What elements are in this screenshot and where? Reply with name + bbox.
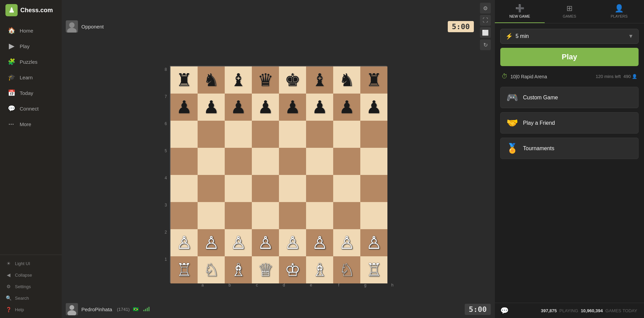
board-cell[interactable] [225, 121, 252, 148]
board-cell[interactable]: ♜ [360, 66, 387, 94]
board-cell[interactable]: ♙ [225, 229, 252, 256]
board-cell[interactable] [198, 202, 225, 229]
flip-board-button[interactable]: ↻ [480, 39, 491, 50]
board-cell[interactable]: ♙ [198, 229, 225, 256]
board-cell[interactable] [306, 202, 333, 229]
chess-piece[interactable]: ♟ [339, 98, 355, 116]
board-cell[interactable] [252, 175, 279, 202]
help-button[interactable]: ❓ Help [0, 304, 62, 315]
chess-piece[interactable]: ♙ [203, 234, 219, 252]
board-cell[interactable] [279, 175, 306, 202]
chess-piece[interactable]: ♙ [339, 234, 355, 252]
fullscreen-button[interactable]: ⛶ [480, 15, 491, 26]
board-cell[interactable]: ♛ [252, 66, 279, 94]
chess-piece[interactable]: ♟ [285, 98, 301, 116]
board-cell[interactable] [225, 175, 252, 202]
tournaments-button[interactable]: 🏅 Tournaments [500, 138, 639, 159]
board-cell[interactable]: ♞ [333, 66, 360, 94]
board-cell[interactable]: ♗ [306, 256, 333, 283]
board-cell[interactable]: ♙ [360, 229, 387, 256]
board-cell[interactable]: ♘ [333, 256, 360, 283]
chess-piece[interactable]: ♟ [230, 98, 246, 116]
chess-piece[interactable]: ♙ [230, 234, 246, 252]
chess-piece[interactable]: ♙ [258, 234, 274, 252]
board-cell[interactable]: ♙ [170, 229, 198, 256]
tab-games[interactable]: ⊞ GAMES [545, 0, 595, 23]
sidebar-item-today[interactable]: 📅 Today [2, 85, 60, 100]
board-cell[interactable]: ♟ [333, 94, 360, 121]
board-cell[interactable]: ♟ [360, 94, 387, 121]
sidebar-item-more[interactable]: ••• More [2, 117, 60, 132]
play-button[interactable]: Play [500, 48, 639, 66]
chess-piece[interactable]: ♜ [366, 71, 382, 89]
board-cell[interactable]: ♟ [252, 94, 279, 121]
time-selector[interactable]: ⚡ 5 min ▼ [500, 29, 639, 44]
collapse-button[interactable]: ◀ Collapse [0, 269, 62, 281]
chess-piece[interactable]: ♙ [176, 234, 192, 252]
chess-piece[interactable]: ♜ [176, 71, 192, 89]
board-cell[interactable]: ♕ [252, 256, 279, 283]
board-cell[interactable] [360, 202, 387, 229]
board-button[interactable]: ⬜ [480, 27, 491, 38]
chess-piece[interactable]: ♗ [312, 261, 328, 279]
chess-piece[interactable]: ♝ [230, 71, 246, 89]
chat-icon[interactable]: 💬 [500, 306, 509, 315]
board-cell[interactable] [333, 202, 360, 229]
board-cell[interactable]: ♖ [170, 256, 198, 283]
board-cell[interactable] [360, 148, 387, 175]
board-cell[interactable]: ♔ [279, 256, 306, 283]
chess-piece[interactable]: ♙ [366, 234, 382, 252]
board-cell[interactable]: ♞ [198, 66, 225, 94]
tab-players[interactable]: 👤 PLAYERS [594, 0, 644, 23]
board-cell[interactable] [170, 121, 198, 148]
board-cell[interactable]: ♙ [252, 229, 279, 256]
chess-piece[interactable]: ♝ [312, 71, 328, 89]
board-cell[interactable] [252, 121, 279, 148]
board-cell[interactable] [333, 148, 360, 175]
board-cell[interactable] [198, 148, 225, 175]
sidebar-item-home[interactable]: 🏠 Home [2, 23, 60, 38]
sidebar-item-connect[interactable]: 💬 Connect [2, 101, 60, 116]
board-cell[interactable]: ♝ [225, 66, 252, 94]
chess-piece[interactable]: ♚ [285, 71, 301, 89]
board-cell[interactable] [360, 121, 387, 148]
search-button[interactable]: 🔍 Search [0, 292, 62, 304]
board-cell[interactable] [306, 148, 333, 175]
board-cell[interactable] [252, 202, 279, 229]
chess-piece[interactable]: ♟ [312, 98, 328, 116]
chess-board[interactable]: ♜♞♝♛♚♝♞♜♟♟♟♟♟♟♟♟♙♙♙♙♙♙♙♙♖♘♗♕♔♗♘♖ [170, 66, 387, 283]
board-cell[interactable] [170, 202, 198, 229]
board-cell[interactable] [279, 202, 306, 229]
board-cell[interactable] [306, 175, 333, 202]
board-cell[interactable] [360, 175, 387, 202]
board-cell[interactable]: ♝ [306, 66, 333, 94]
sidebar-item-play[interactable]: ▶ Play [2, 39, 60, 54]
board-cell[interactable]: ♟ [279, 94, 306, 121]
board-cell[interactable] [279, 148, 306, 175]
chess-piece[interactable]: ♗ [230, 261, 246, 279]
board-cell[interactable] [225, 148, 252, 175]
board-cell[interactable]: ♜ [170, 66, 198, 94]
board-cell[interactable]: ♙ [279, 229, 306, 256]
board-cell[interactable] [170, 148, 198, 175]
board-cell[interactable] [170, 175, 198, 202]
board-cell[interactable] [333, 175, 360, 202]
board-cell[interactable] [279, 121, 306, 148]
chess-piece[interactable]: ♙ [285, 234, 301, 252]
chess-piece[interactable]: ♘ [203, 261, 219, 279]
board-cell[interactable] [306, 121, 333, 148]
custom-game-button[interactable]: 🎮 Custom Game [500, 87, 639, 108]
chess-piece[interactable]: ♔ [285, 261, 301, 279]
settings-button[interactable]: ⚙ Settings [0, 281, 62, 292]
sidebar-item-learn[interactable]: 🎓 Learn [2, 70, 60, 85]
board-cell[interactable] [198, 175, 225, 202]
board-cell[interactable]: ♖ [360, 256, 387, 283]
board-cell[interactable]: ♟ [306, 94, 333, 121]
light-ui-toggle[interactable]: ☀ Light UI [0, 258, 62, 269]
board-cell[interactable] [252, 148, 279, 175]
board-cell[interactable]: ♟ [225, 94, 252, 121]
board-cell[interactable]: ♟ [170, 94, 198, 121]
board-cell[interactable]: ♟ [198, 94, 225, 121]
chess-piece[interactable]: ♙ [312, 234, 328, 252]
chess-piece[interactable]: ♟ [258, 98, 274, 116]
